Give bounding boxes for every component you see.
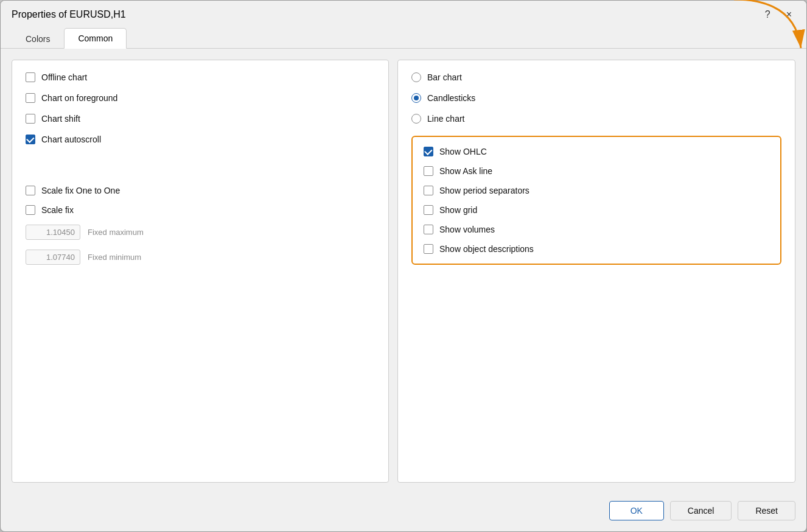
show-volumes-row[interactable]: Show volumes bbox=[424, 225, 769, 234]
show-period-separators-label: Show period separators bbox=[439, 186, 529, 195]
show-ohlc-checkbox[interactable] bbox=[424, 147, 433, 156]
cancel-button[interactable]: Cancel bbox=[670, 501, 732, 520]
line-chart-radio[interactable] bbox=[411, 114, 421, 124]
scale-fix-one-row[interactable]: Scale fix One to One bbox=[26, 186, 375, 195]
candlesticks-label: Candlesticks bbox=[427, 93, 475, 103]
fixed-max-label: Fixed maximum bbox=[88, 228, 144, 237]
show-period-separators-checkbox[interactable] bbox=[424, 186, 433, 195]
chart-shift-row[interactable]: Chart shift bbox=[26, 114, 375, 124]
scale-fix-one-checkbox[interactable] bbox=[26, 186, 35, 195]
show-volumes-checkbox[interactable] bbox=[424, 225, 433, 234]
scale-fix-one-label: Scale fix One to One bbox=[41, 186, 120, 195]
line-chart-row[interactable]: Line chart bbox=[411, 114, 781, 124]
fixed-max-input[interactable] bbox=[26, 225, 80, 240]
scale-section: Scale fix One to One Scale fix Fixed max… bbox=[26, 186, 375, 265]
show-grid-label: Show grid bbox=[439, 205, 477, 215]
tab-common[interactable]: Common bbox=[64, 28, 127, 49]
candlesticks-row[interactable]: Candlesticks bbox=[411, 93, 781, 103]
show-grid-row[interactable]: Show grid bbox=[424, 205, 769, 215]
offline-chart-row[interactable]: Offline chart bbox=[26, 72, 375, 82]
candlesticks-radio[interactable] bbox=[411, 93, 421, 103]
left-panel: Offline chart Chart on foreground Chart … bbox=[12, 60, 389, 483]
chart-shift-checkbox[interactable] bbox=[26, 114, 35, 124]
bar-chart-row[interactable]: Bar chart bbox=[411, 72, 781, 82]
dialog-title: Properties of EURUSD,H1 bbox=[12, 9, 126, 20]
tab-colors[interactable]: Colors bbox=[12, 29, 64, 49]
titlebar: Properties of EURUSD,H1 ? × bbox=[1, 1, 806, 27]
help-button[interactable]: ? bbox=[761, 8, 774, 21]
show-ask-line-row[interactable]: Show Ask line bbox=[424, 166, 769, 176]
chart-autoscroll-checkbox[interactable] bbox=[26, 135, 35, 144]
show-object-descriptions-label: Show object descriptions bbox=[439, 244, 534, 254]
bar-chart-radio[interactable] bbox=[411, 72, 421, 82]
show-ohlc-label: Show OHLC bbox=[439, 147, 487, 156]
scale-fields: Scale fix One to One Scale fix Fixed max… bbox=[26, 186, 375, 265]
close-button[interactable]: × bbox=[783, 8, 795, 21]
line-chart-label: Line chart bbox=[427, 114, 464, 124]
chart-autoscroll-label: Chart autoscroll bbox=[41, 135, 101, 144]
show-ask-line-label: Show Ask line bbox=[439, 166, 492, 176]
chart-on-foreground-checkbox[interactable] bbox=[26, 93, 35, 103]
scale-fix-row[interactable]: Scale fix bbox=[26, 205, 375, 215]
show-grid-checkbox[interactable] bbox=[424, 205, 433, 215]
reset-button[interactable]: Reset bbox=[738, 501, 795, 520]
chart-autoscroll-row[interactable]: Chart autoscroll bbox=[26, 135, 375, 144]
show-volumes-label: Show volumes bbox=[439, 225, 495, 234]
panels-row: Offline chart Chart on foreground Chart … bbox=[12, 60, 795, 483]
ok-button[interactable]: OK bbox=[609, 501, 664, 520]
fixed-max-row: Fixed maximum bbox=[26, 225, 375, 240]
tab-content: Offline chart Chart on foreground Chart … bbox=[1, 49, 806, 494]
chart-type-group: Bar chart Candlesticks Line chart bbox=[411, 72, 781, 133]
chart-options-section: Offline chart Chart on foreground Chart … bbox=[26, 72, 375, 159]
bar-chart-label: Bar chart bbox=[427, 72, 462, 82]
show-ohlc-row[interactable]: Show OHLC bbox=[424, 147, 769, 156]
show-ask-line-checkbox[interactable] bbox=[424, 166, 433, 176]
scale-fix-checkbox[interactable] bbox=[26, 205, 35, 215]
offline-chart-label: Offline chart bbox=[41, 72, 87, 82]
fixed-min-label: Fixed minimum bbox=[88, 253, 141, 262]
fixed-min-row: Fixed minimum bbox=[26, 250, 375, 265]
show-object-descriptions-row[interactable]: Show object descriptions bbox=[424, 244, 769, 254]
tabs-row: Colors Common bbox=[1, 27, 806, 49]
offline-chart-checkbox[interactable] bbox=[26, 72, 35, 82]
scale-fix-label: Scale fix bbox=[41, 205, 74, 215]
chart-shift-label: Chart shift bbox=[41, 114, 80, 124]
show-period-separators-row[interactable]: Show period separators bbox=[424, 186, 769, 195]
display-options-box: Show OHLC Show Ask line Show period sepa… bbox=[411, 136, 781, 265]
button-row: OK Cancel Reset bbox=[1, 494, 806, 531]
chart-on-foreground-label: Chart on foreground bbox=[41, 93, 117, 103]
dialog: Properties of EURUSD,H1 ? × Colors Commo… bbox=[0, 0, 807, 532]
titlebar-controls: ? × bbox=[761, 8, 795, 21]
show-object-descriptions-checkbox[interactable] bbox=[424, 244, 433, 254]
fixed-min-input[interactable] bbox=[26, 250, 80, 265]
right-panel: Bar chart Candlesticks Line chart bbox=[397, 60, 795, 483]
chart-on-foreground-row[interactable]: Chart on foreground bbox=[26, 93, 375, 103]
